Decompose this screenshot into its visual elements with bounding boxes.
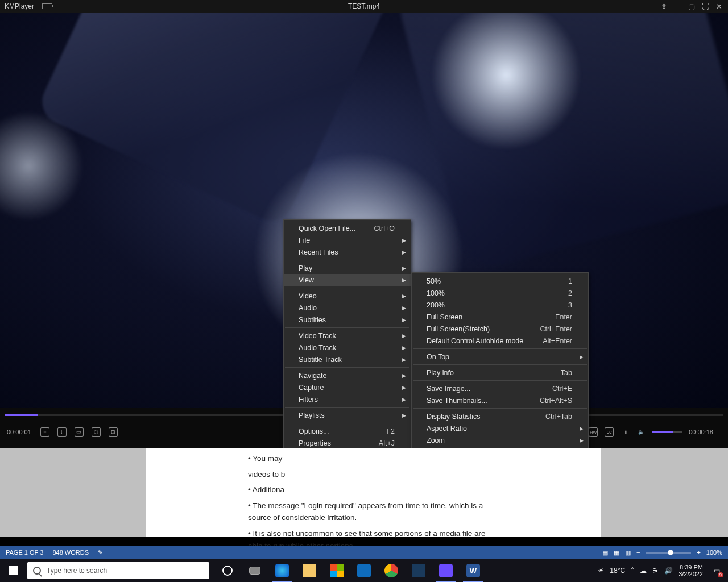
view-submenu-item-display-statistics[interactable]: Display StatisticsCtrl+Tab: [412, 410, 588, 422]
menu-item-label: Save Thumbnails...: [427, 397, 524, 405]
view-submenu-item-default-control-autohide-mode[interactable]: Default Control Autohide modeAlt+Enter: [412, 335, 588, 347]
submenu-arrow-icon: ▶: [402, 305, 406, 311]
task-view-icon[interactable]: [241, 559, 268, 582]
taskbar-chrome[interactable]: [378, 559, 405, 582]
view-submenu-item-200[interactable]: 200%3: [412, 299, 588, 311]
zoom-slider[interactable]: [646, 552, 691, 554]
codec-icon[interactable]: ⬡: [92, 427, 101, 436]
view-submenu-item-save-thumbnails[interactable]: Save Thumbnails...Ctrl+Alt+S: [412, 394, 588, 406]
menu-item-label: Audio Track: [299, 344, 395, 352]
close-button[interactable]: ✕: [716, 2, 722, 11]
context-menu-item-properties[interactable]: PropertiesAlt+J: [284, 437, 411, 449]
wifi-icon[interactable]: ⚞: [652, 567, 659, 575]
submenu-arrow-icon: ▶: [402, 265, 406, 271]
context-menu-item-view[interactable]: View▶: [284, 274, 411, 286]
download-icon[interactable]: ⭳: [57, 427, 67, 436]
menu-item-label: Full Screen: [427, 313, 539, 321]
menu-item-label: Capture: [299, 384, 395, 392]
menu-item-shortcut: Alt+J: [379, 439, 395, 447]
view-submenu-item-zoom[interactable]: Zoom▶: [412, 434, 588, 446]
pin-icon[interactable]: ⇪: [661, 2, 667, 11]
taskbar-word[interactable]: W: [460, 559, 487, 582]
submenu-arrow-icon: ▶: [402, 357, 406, 363]
taskbar-kmplayer[interactable]: [432, 559, 460, 582]
playlist-icon[interactable]: ≡: [40, 427, 49, 436]
taskbar-explorer[interactable]: [296, 559, 323, 582]
total-time: 00:00:18: [689, 429, 713, 435]
mute-icon[interactable]: 🔈: [636, 427, 646, 436]
view-submenu-item-play-info[interactable]: Play infoTab: [412, 367, 588, 379]
context-menu-item-subtitles[interactable]: Subtitles▶: [284, 314, 411, 326]
spellcheck-icon[interactable]: ✎: [98, 549, 103, 556]
taskbar-edge[interactable]: [268, 559, 296, 582]
menu-item-shortcut: Enter: [555, 313, 572, 321]
fullscreen-button[interactable]: ⛶: [702, 2, 709, 11]
menu-item-shortcut: Ctrl+Tab: [545, 413, 572, 421]
view-submenu-item-full-screen[interactable]: Full ScreenEnter: [412, 311, 588, 323]
zoom-out-button[interactable]: −: [636, 549, 640, 556]
context-menu-item-playlists[interactable]: Playlists▶: [284, 409, 411, 421]
print-layout-icon[interactable]: ▦: [614, 549, 619, 556]
taskbar-app-1[interactable]: [405, 559, 432, 582]
taskbar-mail[interactable]: [350, 559, 378, 582]
menu-item-label: Save Image...: [427, 385, 536, 393]
context-menu-item-filters[interactable]: Filters▶: [284, 393, 411, 405]
volume-slider[interactable]: [652, 431, 682, 433]
menu-item-label: Recent Files: [299, 248, 395, 256]
zoom-level[interactable]: 100%: [706, 549, 722, 556]
menu-item-label: Display Statistics: [427, 413, 530, 421]
tray-expand-icon[interactable]: ˄: [631, 567, 634, 575]
context-menu-item-navigate[interactable]: Navigate▶: [284, 369, 411, 381]
minimize-button[interactable]: —: [674, 2, 681, 11]
menu-item-shortcut: Ctrl+Alt+S: [540, 397, 572, 405]
context-menu-item-audio[interactable]: Audio▶: [284, 302, 411, 314]
context-menu-item-recent-files[interactable]: Recent Files▶: [284, 246, 411, 258]
context-menu-item-capture[interactable]: Capture▶: [284, 381, 411, 393]
onedrive-icon[interactable]: ☁: [640, 567, 647, 575]
menu-item-label: Video: [299, 292, 395, 300]
menu-item-shortcut: 1: [568, 277, 572, 285]
current-time: 00:00:01: [7, 429, 31, 435]
notifications-icon[interactable]: ▭9: [709, 563, 725, 579]
context-menu-item-audio-track[interactable]: Audio Track▶: [284, 342, 411, 354]
weather-temp[interactable]: 18°C: [610, 567, 625, 575]
view-submenu-item-save-image[interactable]: Save Image...Ctrl+E: [412, 383, 588, 394]
maximize-button[interactable]: ▢: [688, 2, 695, 11]
snapshot-icon[interactable]: ⊡: [109, 427, 118, 436]
view-submenu-item-full-screen-stretch[interactable]: Full Screen(Stretch)Ctrl+Enter: [412, 323, 588, 335]
zoom-in-button[interactable]: +: [697, 549, 700, 556]
submenu-arrow-icon: ▶: [580, 426, 584, 431]
view-submenu-item-aspect-ratio[interactable]: Aspect Ratio▶: [412, 422, 588, 434]
eq-icon[interactable]: ⫼: [621, 427, 630, 436]
word-count[interactable]: 848 WORDS: [52, 549, 89, 556]
hw-icon[interactable]: HW: [589, 427, 598, 436]
context-menu-item-play[interactable]: Play▶: [284, 262, 411, 274]
view-submenu-item-100[interactable]: 100%2: [412, 287, 588, 299]
context-menu-item-quick-open-file[interactable]: Quick Open File...Ctrl+O: [284, 222, 411, 234]
taskbar-search[interactable]: Type here to search: [27, 562, 209, 579]
menu-item-shortcut: 3: [568, 301, 572, 309]
menu-separator: [285, 288, 410, 288]
sound-icon[interactable]: 🔊: [664, 567, 673, 575]
menu-separator: [413, 364, 587, 365]
context-menu-item-options[interactable]: Options...F2: [284, 425, 411, 437]
start-button[interactable]: [0, 559, 27, 582]
subtitle-icon[interactable]: cc: [605, 427, 614, 436]
page-count[interactable]: PAGE 1 OF 3: [6, 549, 43, 556]
taskbar-store[interactable]: [323, 559, 350, 582]
menu-item-label: 50%: [427, 277, 552, 285]
vr-icon[interactable]: ▭: [75, 427, 84, 436]
cortana-icon[interactable]: [214, 559, 241, 582]
weather-icon[interactable]: ☀: [598, 567, 604, 575]
context-menu-item-subtitle-track[interactable]: Subtitle Track▶: [284, 354, 411, 365]
web-layout-icon[interactable]: ▥: [625, 549, 631, 556]
menu-item-label: Playlists: [299, 411, 395, 419]
context-menu-item-video[interactable]: Video▶: [284, 290, 411, 302]
read-mode-icon[interactable]: ▤: [602, 549, 608, 556]
context-menu-item-video-track[interactable]: Video Track▶: [284, 330, 411, 342]
view-submenu-item-on-top[interactable]: On Top▶: [412, 351, 588, 363]
context-menu-item-file[interactable]: File▶: [284, 234, 411, 246]
taskbar-clock[interactable]: 8:39 PM 3/2/2022: [679, 564, 703, 577]
view-submenu-item-50[interactable]: 50%1: [412, 275, 588, 287]
menu-item-label: Filters: [299, 396, 395, 404]
